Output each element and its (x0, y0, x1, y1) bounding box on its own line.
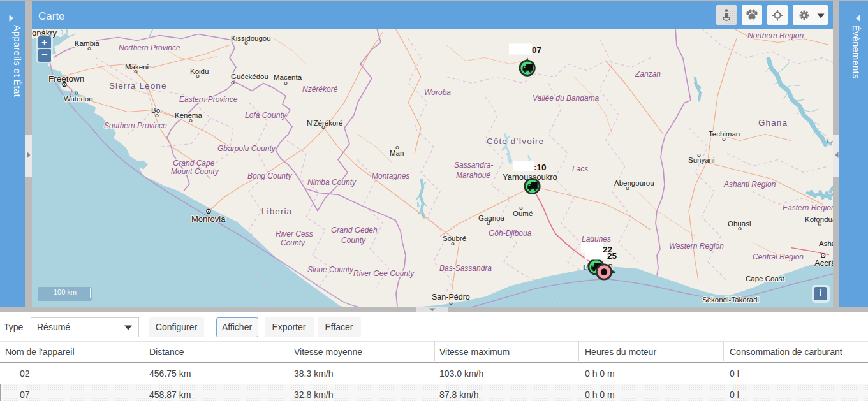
svg-text:Southern Province: Southern Province (104, 120, 167, 129)
svg-text:Grand Gedeh: Grand Gedeh (331, 225, 378, 234)
svg-text:Koforidua: Koforidua (805, 215, 833, 222)
svg-text:Zanzan: Zanzan (635, 69, 661, 78)
svg-text:Marahoué: Marahoué (456, 170, 490, 179)
svg-text:Ashanti Region: Ashanti Region (723, 179, 776, 188)
svg-text:Eastern Province: Eastern Province (179, 94, 238, 103)
svg-text:Bas-Sassandra: Bas-Sassandra (439, 263, 492, 272)
svg-text:25: 25 (607, 251, 617, 260)
svg-text:Côte d’Ivoire: Côte d’Ivoire (487, 136, 544, 145)
svg-text:Gagnoa: Gagnoa (478, 214, 505, 221)
svg-text:Sekondi-Takoradi: Sekondi-Takoradi (702, 295, 759, 303)
svg-text:Waterloo: Waterloo (64, 94, 93, 102)
svg-text:Koidu: Koidu (190, 67, 209, 75)
svg-text:Sunyani: Sunyani (688, 156, 715, 163)
svg-text:Western Region: Western Region (669, 241, 724, 250)
svg-text:Lofa County: Lofa County (245, 110, 287, 119)
svg-text:River Gee County: River Gee County (353, 268, 415, 277)
svg-text::10: :10 (534, 162, 547, 171)
svg-text:Vallée du Bandama: Vallée du Bandama (533, 93, 600, 102)
svg-text:Northern Region: Northern Region (747, 31, 804, 40)
svg-text:Lacs: Lacs (572, 164, 588, 173)
svg-text:Freetown: Freetown (48, 73, 84, 83)
svg-text:Kissidougou: Kissidougou (231, 34, 271, 41)
svg-text:Kambia: Kambia (75, 39, 100, 47)
svg-text:Sinoe County: Sinoe County (307, 265, 354, 273)
svg-text:County: County (341, 235, 366, 244)
svg-text:Grand Cape: Grand Cape (173, 158, 215, 167)
svg-text:La: La (827, 136, 833, 144)
svg-text:Nzérékoré: Nzérékoré (302, 84, 338, 93)
svg-text:Montagnes: Montagnes (372, 171, 409, 180)
svg-text:Accra: Accra (814, 258, 833, 267)
svg-text:Macenta: Macenta (274, 73, 302, 80)
svg-text:07: 07 (532, 45, 541, 54)
svg-text:County: County (281, 238, 305, 247)
svg-text:Sassandra-: Sassandra- (454, 160, 493, 169)
svg-text:Makeni: Makeni (125, 62, 149, 70)
svg-text:Bong County: Bong County (247, 171, 292, 180)
svg-text:Kenema: Kenema (175, 111, 202, 119)
svg-text:Liberia: Liberia (261, 206, 292, 215)
svg-text:Guéckédou: Guéckédou (231, 72, 268, 80)
svg-text:N'Zérékoré: N'Zérékoré (307, 119, 343, 126)
svg-text:Oumé: Oumé (513, 209, 533, 217)
svg-text:Cape Coast: Cape Coast (746, 274, 785, 282)
svg-text:Soubré: Soubré (443, 234, 466, 242)
svg-text:Nimba County: Nimba County (307, 177, 357, 186)
svg-text:Ghana: Ghana (758, 117, 788, 127)
svg-text:Mount County: Mount County (171, 166, 219, 175)
svg-text:Monrovia: Monrovia (191, 214, 226, 223)
svg-text:San-Pédro: San-Pédro (432, 292, 470, 301)
svg-text:Ashai: Ashai (819, 239, 833, 247)
svg-text:Obuasi: Obuasi (728, 219, 751, 227)
svg-text:River Cess: River Cess (276, 229, 313, 238)
svg-text:Northern Province: Northern Province (119, 43, 180, 52)
svg-text:Gbarpolu County: Gbarpolu County (217, 143, 276, 152)
svg-text:Central Region: Central Region (753, 252, 804, 261)
svg-text:Eastern Region: Eastern Region (783, 203, 833, 212)
svg-text:Sierra Leone: Sierra Leone (109, 80, 167, 90)
svg-text:Bo: Bo (151, 106, 160, 113)
svg-text:Techiman: Techiman (709, 129, 740, 137)
svg-text:Abengourou: Abengourou (614, 179, 654, 186)
svg-text:Lagunes: Lagunes (582, 234, 611, 243)
svg-text:Man: Man (390, 149, 404, 156)
svg-text:Gôh-Djiboua: Gôh-Djiboua (489, 228, 532, 237)
svg-text:Woroba: Woroba (424, 87, 451, 96)
